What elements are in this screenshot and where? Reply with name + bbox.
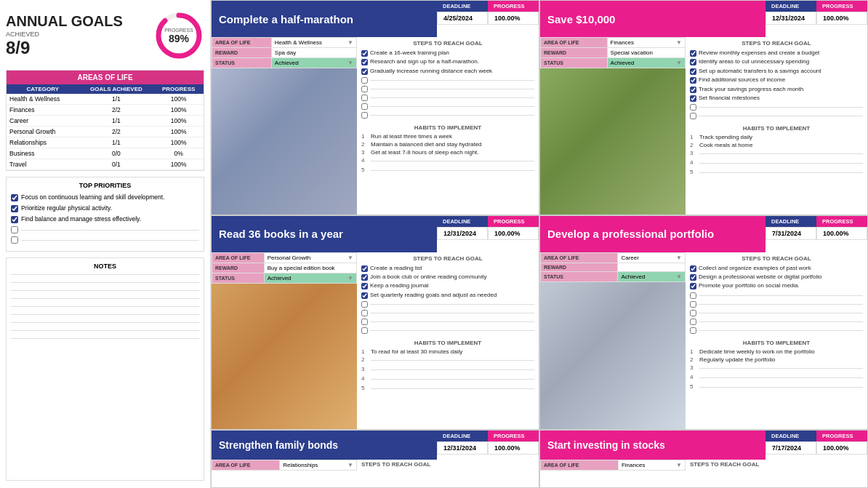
step-item: Identify areas to cut unnecessary spendi… [690, 58, 863, 65]
step-text: Collect and organize examples of past wo… [699, 265, 811, 272]
goal-card-right: STEPS TO REACH GOAL Collect and organize… [686, 252, 867, 430]
goal-image [212, 284, 357, 430]
empty-habit-row: 3 [361, 366, 534, 372]
empty-priority-rows [11, 226, 199, 244]
step-text: Promote your portfolio on social media. [699, 282, 800, 289]
step-checkbox[interactable] [690, 274, 696, 281]
empty-step-checkbox[interactable] [361, 112, 368, 119]
habits-header: HABITS TO IMPLEMENT [690, 340, 863, 346]
priority-checkbox[interactable] [11, 216, 18, 223]
empty-step-checkbox[interactable] [361, 103, 368, 110]
empty-checkbox-2[interactable] [11, 236, 18, 244]
status-label: STATUS [541, 58, 608, 68]
empty-step-checkbox[interactable] [361, 86, 368, 92]
empty-step-checkbox[interactable] [361, 310, 368, 316]
empty-step-checkbox[interactable] [361, 327, 368, 334]
empty-step-checkbox[interactable] [690, 104, 696, 111]
goal-card-portfolio: Develop a professional portfolio DEADLIN… [539, 215, 868, 431]
reward-label: REWARD [541, 48, 608, 58]
area-achieved: 1/1 [79, 137, 154, 148]
step-checkbox[interactable] [690, 283, 696, 289]
step-checkbox[interactable] [361, 50, 368, 57]
area-progress: 100% [153, 159, 204, 170]
table-row: Health & Wellness 1/1 100% [7, 94, 204, 105]
goal-card-right: STEPS TO REACH GOAL Review monthly expen… [686, 37, 867, 215]
left-panel: ANNUAL GOALS ACHIEVED 8/9 PROGRESS 89% A… [0, 0, 211, 488]
steps-header-mini: STEPS TO REACH GOAL [357, 460, 539, 471]
empty-step-checkbox[interactable] [690, 292, 696, 299]
empty-step-item [690, 300, 863, 308]
notes-section: NOTES [6, 257, 204, 481]
deadline-value: 4/25/2024 [437, 12, 488, 25]
step-checkbox[interactable] [690, 59, 696, 65]
top-priorities-section: TOP PRIORITIES Focus on continuous learn… [6, 177, 204, 252]
step-text: Create a reading list [370, 265, 422, 272]
empty-step-checkbox[interactable] [361, 95, 368, 101]
step-text: Gradually increase running distance each… [370, 68, 492, 75]
empty-habit-row: 5 [690, 383, 863, 390]
area-achieved: 2/2 [79, 105, 154, 116]
priority-checkbox[interactable] [11, 194, 18, 201]
goal-card-save: Save $10,000 DEADLINE PROGRESS 12/31/202… [539, 0, 868, 215]
empty-step-checkbox[interactable] [690, 301, 696, 308]
step-checkbox[interactable] [690, 95, 696, 102]
step-checkbox[interactable] [690, 77, 696, 84]
area-category: Finances [7, 105, 79, 116]
deadline-value: 7/17/2024 [765, 441, 816, 455]
step-checkbox[interactable] [361, 59, 368, 65]
priorities-list: Focus on continuous learning and skill d… [11, 193, 199, 223]
step-checkbox[interactable] [361, 292, 368, 299]
step-checkbox[interactable] [361, 283, 368, 289]
step-checkbox[interactable] [690, 50, 696, 57]
col-achieved: GOALS ACHIEVED [79, 84, 154, 94]
progress-header: PROGRESS [816, 1, 867, 12]
empty-step-checkbox[interactable] [361, 77, 368, 84]
area-label: AREA OF LIFE [541, 252, 618, 263]
step-text: Research and sign up for a half-marathon… [370, 58, 479, 65]
area-label: AREA OF LIFE [212, 460, 280, 471]
deadline-header: DEADLINE [437, 1, 488, 12]
empty-habit-row: 4 [690, 159, 863, 166]
empty-step-checkbox[interactable] [690, 310, 696, 316]
priority-checkbox[interactable] [11, 205, 18, 212]
progress-label: PROGRESS 89% [164, 28, 193, 44]
step-item: Set financial milestones [690, 95, 863, 102]
empty-checkbox-1[interactable] [11, 226, 18, 233]
step-checkbox[interactable] [690, 265, 696, 272]
empty-step-checkbox[interactable] [361, 319, 368, 325]
reward-label: REWARD [541, 263, 618, 271]
area-category: Relationships [7, 137, 79, 148]
priority-item: Focus on continuous learning and skill d… [11, 193, 199, 201]
goal-title: Develop a professional portfolio [540, 216, 765, 252]
notes-lines [11, 274, 199, 339]
step-checkbox[interactable] [690, 68, 696, 75]
goal-title: Complete a half-marathon [212, 1, 437, 37]
empty-habit-row: 3 [690, 150, 863, 156]
step-text: Join a book club or online reading commu… [370, 273, 487, 281]
steps-header: STEPS TO REACH GOAL [361, 40, 534, 47]
step-checkbox[interactable] [361, 265, 368, 272]
deadline-value: 12/31/2024 [437, 441, 488, 455]
goal-meta-table: AREA OF LIFE Relationships ▼ [212, 460, 357, 471]
progress-header: PROGRESS [488, 216, 539, 227]
status-label: STATUS [212, 273, 265, 283]
empty-step-checkbox[interactable] [690, 319, 696, 325]
goal-title: Read 36 books in a year [212, 216, 437, 252]
step-checkbox[interactable] [361, 274, 368, 281]
empty-habit-row: 5 [361, 167, 534, 173]
goal-card-family: Strengthen family bonds DEADLINE PROGRES… [211, 430, 539, 488]
empty-step-item [690, 309, 863, 316]
progress-value: 100.00% [816, 227, 867, 240]
empty-step-checkbox[interactable] [690, 113, 696, 119]
achieved-value: 8/9 [6, 38, 146, 58]
empty-habit-row: 5 [361, 385, 534, 391]
empty-step-item [361, 85, 534, 92]
step-checkbox[interactable] [690, 87, 696, 93]
step-checkbox[interactable] [361, 68, 368, 75]
empty-step-item [361, 300, 534, 308]
empty-step-checkbox[interactable] [361, 301, 368, 308]
habit-num: 1 [361, 133, 369, 140]
empty-step-item [361, 76, 534, 84]
deadline-header: DEADLINE [765, 216, 816, 227]
empty-step-checkbox[interactable] [690, 327, 696, 334]
